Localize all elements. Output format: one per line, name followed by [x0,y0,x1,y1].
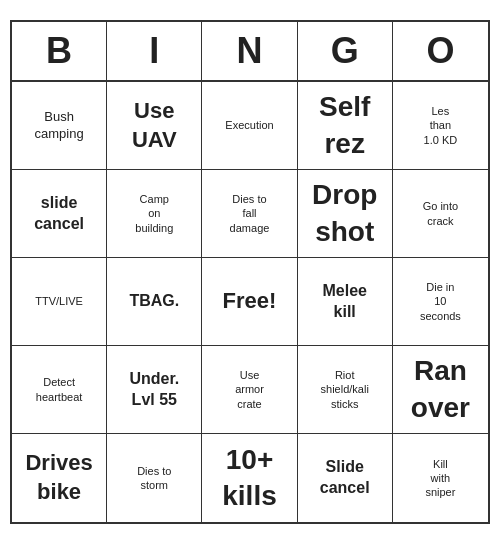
bingo-header: BINGO [12,22,488,82]
bingo-cell-11[interactable]: TBAG. [107,258,202,346]
bingo-cell-3[interactable]: Selfrez [298,82,393,170]
cell-text: UseUAV [132,97,177,154]
bingo-cell-23[interactable]: Slidecancel [298,434,393,522]
cell-text: slidecancel [34,193,84,235]
cell-text: Selfrez [319,89,370,162]
cell-text: 10+kills [222,442,276,515]
bingo-cell-17[interactable]: Usearmorcrate [202,346,297,434]
cell-text: Dies tostorm [137,464,171,493]
bingo-cell-19[interactable]: Ranover [393,346,488,434]
bingo-cell-5[interactable]: slidecancel [12,170,107,258]
bingo-cell-0[interactable]: Bushcamping [12,82,107,170]
bingo-cell-16[interactable]: Under.Lvl 55 [107,346,202,434]
cell-text: Ranover [411,353,470,426]
header-letter: I [107,22,202,80]
cell-text: Drivesbike [25,449,92,506]
bingo-cell-7[interactable]: Dies tofalldamage [202,170,297,258]
bingo-cell-6[interactable]: Camponbuilding [107,170,202,258]
bingo-cell-18[interactable]: Riotshield/kalisticks [298,346,393,434]
bingo-cell-14[interactable]: Die in10seconds [393,258,488,346]
header-letter: G [298,22,393,80]
cell-text: Detectheartbeat [36,375,82,404]
header-letter: N [202,22,297,80]
cell-text: Slidecancel [320,457,370,499]
header-letter: B [12,22,107,80]
cell-text: Free! [223,287,277,316]
cell-text: Killwithsniper [425,457,455,500]
bingo-cell-8[interactable]: Dropshot [298,170,393,258]
bingo-cell-1[interactable]: UseUAV [107,82,202,170]
cell-text: Meleekill [322,281,366,323]
cell-text: Die in10seconds [420,280,461,323]
cell-text: Dropshot [312,177,377,250]
bingo-cell-13[interactable]: Meleekill [298,258,393,346]
cell-text: Riotshield/kalisticks [321,368,369,411]
cell-text: Under.Lvl 55 [129,369,179,411]
cell-text: Go intocrack [423,199,458,228]
bingo-card: BINGO BushcampingUseUAVExecutionSelfrezL… [10,20,490,524]
bingo-cell-12[interactable]: Free! [202,258,297,346]
cell-text: TTV/LIVE [35,294,83,308]
bingo-grid: BushcampingUseUAVExecutionSelfrezLesthan… [12,82,488,522]
bingo-cell-22[interactable]: 10+kills [202,434,297,522]
bingo-cell-9[interactable]: Go intocrack [393,170,488,258]
bingo-cell-4[interactable]: Lesthan1.0 KD [393,82,488,170]
bingo-cell-2[interactable]: Execution [202,82,297,170]
cell-text: TBAG. [129,291,179,312]
cell-text: Execution [225,118,273,132]
header-letter: O [393,22,488,80]
bingo-cell-24[interactable]: Killwithsniper [393,434,488,522]
cell-text: Dies tofalldamage [230,192,270,235]
bingo-cell-20[interactable]: Drivesbike [12,434,107,522]
cell-text: Camponbuilding [135,192,173,235]
cell-text: Usearmorcrate [235,368,264,411]
bingo-cell-21[interactable]: Dies tostorm [107,434,202,522]
bingo-cell-10[interactable]: TTV/LIVE [12,258,107,346]
bingo-cell-15[interactable]: Detectheartbeat [12,346,107,434]
cell-text: Lesthan1.0 KD [424,104,458,147]
cell-text: Bushcamping [35,109,84,143]
